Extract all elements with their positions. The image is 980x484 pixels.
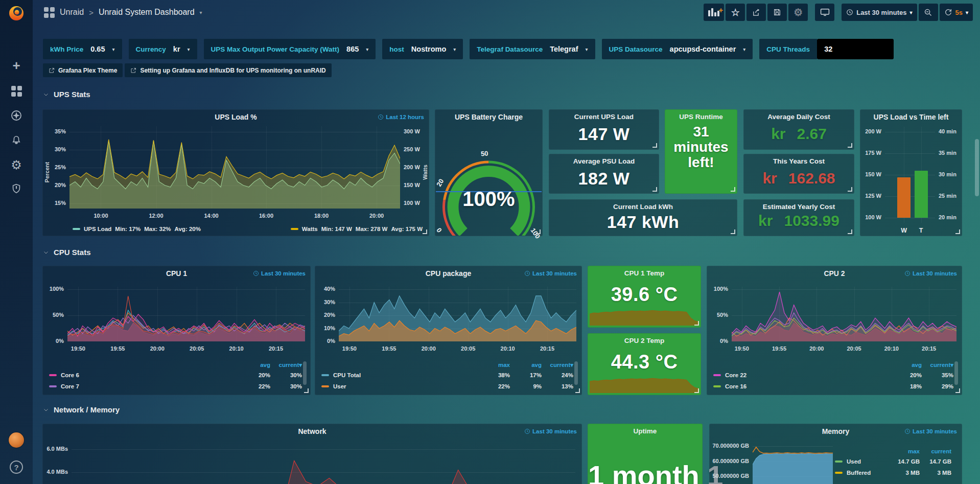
cpu2-legend[interactable]: avgcurrent▾Core 2220%35%Core 1618%29%: [713, 360, 953, 392]
add-panel-icon: +: [708, 8, 719, 16]
memory-chart[interactable]: 70.000000 GB60.000000 GB50.000000 GB: [710, 439, 836, 484]
link-ups-monitoring-guide[interactable]: Setting up Grafana and InfluxDB for UPS …: [125, 63, 331, 77]
legend-row[interactable]: Buffered3 MB3 MB: [835, 467, 951, 478]
legend-column-header[interactable]: max: [888, 448, 920, 454]
panel-title[interactable]: Network: [298, 427, 326, 435]
help-icon[interactable]: ?: [0, 458, 33, 476]
legend-column-header[interactable]: current▾: [270, 361, 302, 368]
add-panel-button[interactable]: +: [704, 4, 724, 21]
share-icon: [752, 8, 761, 17]
ups-load-chart[interactable]: 35%30%25%20%15%300 W250 W200 W150 W100 W…: [43, 124, 429, 213]
grafana-dashboard: + ⚙ ? Unraid > Unraid System Dashboard ▾…: [0, 0, 980, 484]
legend-row[interactable]: Core 1618%29%: [713, 381, 953, 392]
legend-row[interactable]: Core 620%30%: [49, 370, 302, 381]
clock-icon: [253, 270, 259, 276]
cpu-package-legend[interactable]: maxavgcurrent▾CPU Total38%17%24%User22%9…: [321, 360, 573, 392]
legend-row[interactable]: Core 2220%35%: [713, 370, 953, 381]
cycle-view-button[interactable]: [815, 4, 834, 21]
explore-compass-icon[interactable]: [0, 106, 33, 125]
legend-item-watts[interactable]: Watts Min: 147 WMax: 278 WAvg: 175 W: [291, 226, 423, 232]
panel-title[interactable]: UPS Load %: [215, 113, 256, 121]
variable-host[interactable]: hostNostromo▾: [382, 39, 463, 59]
cpu-threads-label: CPU Threads: [759, 39, 817, 59]
panel-time-range[interactable]: Last 30 minutes: [253, 270, 306, 276]
legend-column-header[interactable]: max: [478, 362, 510, 368]
user-avatar[interactable]: [9, 432, 24, 448]
legend-column-header[interactable]: current▾: [542, 361, 573, 368]
cpu1-legend[interactable]: avgcurrent▾Core 620%30%Core 722%30%: [49, 360, 302, 392]
dashboards-icon[interactable]: [0, 82, 33, 100]
section-ups-stats[interactable]: UPS Stats: [43, 90, 90, 99]
panel-title[interactable]: UPS Battery Charge: [455, 113, 523, 121]
panel-time-range[interactable]: Last 30 minutes: [904, 270, 957, 276]
memory-legend[interactable]: maxcurrentUsed14.7 GB14.7 GBBuffered3 MB…: [835, 447, 951, 478]
panel-time-range[interactable]: Last 12 hours: [378, 114, 424, 120]
cpu-threads-input[interactable]: [817, 39, 894, 59]
panel-time-range[interactable]: Last 30 minutes: [904, 428, 957, 434]
sidebar: + ⚙ ?: [0, 0, 33, 484]
legend-scrollbar[interactable]: [954, 361, 958, 385]
legend-scrollbar[interactable]: [574, 361, 578, 385]
chevron-down-icon[interactable]: ▾: [200, 10, 202, 15]
page-title[interactable]: Unraid System Dashboard: [99, 8, 195, 17]
page-scrollbar[interactable]: [975, 139, 979, 196]
time-range-picker[interactable]: Last 30 minutes ▾: [842, 4, 917, 21]
stat-value: 1033.99: [784, 212, 839, 229]
panel-current-ups-load: Current UPS Load 147 W: [549, 109, 659, 150]
zoom-out-button[interactable]: [919, 4, 938, 21]
save-button[interactable]: [767, 4, 787, 21]
section-network-memory[interactable]: Network / Memory: [43, 405, 120, 414]
link-grafana-plex-theme[interactable]: Grafana Plex Theme: [43, 63, 123, 77]
variable-ups-datasource[interactable]: UPS Datasourceapcupsd-container▾: [602, 39, 753, 59]
legend-column-header[interactable]: avg: [239, 362, 270, 368]
panel-title[interactable]: CPU 1: [166, 269, 187, 278]
legend-row[interactable]: Core 722%30%: [49, 381, 302, 392]
star-button[interactable]: ☆: [726, 4, 745, 21]
breadcrumb-folder[interactable]: Unraid: [60, 8, 84, 17]
alerting-bell-icon[interactable]: [0, 131, 33, 150]
legend-column-header[interactable]: current: [920, 448, 951, 454]
panel-ups-battery-charge: UPS Battery Charge 02050100 100%: [435, 109, 543, 236]
panel-title[interactable]: CPU 2: [824, 269, 845, 278]
settings-button[interactable]: ⚙: [788, 4, 808, 21]
server-admin-shield-icon[interactable]: [0, 179, 33, 198]
legend-item-ups-load[interactable]: UPS Load Min: 17%Max: 32%Avg: 20%: [73, 226, 201, 232]
legend-column-header[interactable]: current▾: [922, 361, 953, 368]
chevron-down-icon: ▾: [743, 47, 745, 52]
cpu2-chart[interactable]: 100%50%0%19:5019:5520:0020:0520:1020:15: [707, 281, 962, 355]
load-vs-time-chart[interactable]: 200 W175 W150 W125 W100 W40 min35 min30 …: [860, 124, 962, 236]
legend-row[interactable]: CPU Total38%17%24%: [321, 370, 573, 381]
panel-cpu-2: CPU 2 Last 30 minutes 100%50%0%19:5019:5…: [707, 266, 962, 395]
legend-scrollbar[interactable]: [303, 361, 307, 385]
create-plus-icon[interactable]: +: [0, 56, 33, 75]
variable-currency[interactable]: Currencykr▾: [129, 39, 197, 59]
legend-row[interactable]: User22%9%13%: [321, 381, 573, 392]
legend-row[interactable]: Used14.7 GB14.7 GB: [835, 456, 951, 467]
panel-time-range[interactable]: Last 30 minutes: [524, 428, 577, 434]
cpu1-chart[interactable]: 100%50%0%19:5019:5520:0020:0520:1020:15: [43, 281, 310, 355]
panel-title[interactable]: UPS Load vs Time left: [874, 113, 949, 121]
refresh-button[interactable]: 5s ▾: [940, 4, 973, 21]
panel-title[interactable]: Memory: [822, 427, 850, 435]
variable-kwh-price[interactable]: kWh Price0.65▾: [43, 39, 122, 59]
grafana-logo-icon[interactable]: [7, 4, 26, 22]
share-button[interactable]: [746, 4, 766, 21]
configuration-gear-icon[interactable]: ⚙: [0, 156, 33, 174]
variable-telegraf-datasource[interactable]: Telegraf DatasourceTelegraf▾: [470, 39, 595, 59]
panel-cpu2-temp: CPU 2 Temp 44.3 °C: [588, 333, 701, 395]
network-chart[interactable]: 6.0 MBs4.0 MBs2.0 MBs: [43, 439, 581, 484]
panel-time-range[interactable]: Last 30 minutes: [524, 270, 577, 276]
legend-column-header[interactable]: avg: [510, 362, 542, 368]
variable-ups-max-output[interactable]: UPS Max Output Power Capacity (Watt)865▾: [204, 39, 376, 59]
clock-icon: [846, 9, 853, 16]
battery-gauge[interactable]: 02050100: [435, 124, 542, 236]
panel-title[interactable]: CPU package: [426, 269, 471, 278]
panel-cpu-package: CPU package Last 30 minutes 40%30%20%10%…: [315, 266, 582, 395]
section-cpu-stats[interactable]: CPU Stats: [43, 248, 91, 257]
legend-column-header[interactable]: avg: [890, 362, 922, 368]
stat-value: 44.3 °C: [588, 351, 701, 373]
breadcrumb[interactable]: Unraid > Unraid System Dashboard ▾: [44, 7, 202, 18]
monitor-icon: [820, 8, 830, 16]
panel-current-load-kwh: Current Load kWh 147 kWh: [549, 199, 737, 236]
cpu-package-chart[interactable]: 40%30%20%10%0%19:5019:5520:0020:0520:102…: [315, 281, 581, 355]
